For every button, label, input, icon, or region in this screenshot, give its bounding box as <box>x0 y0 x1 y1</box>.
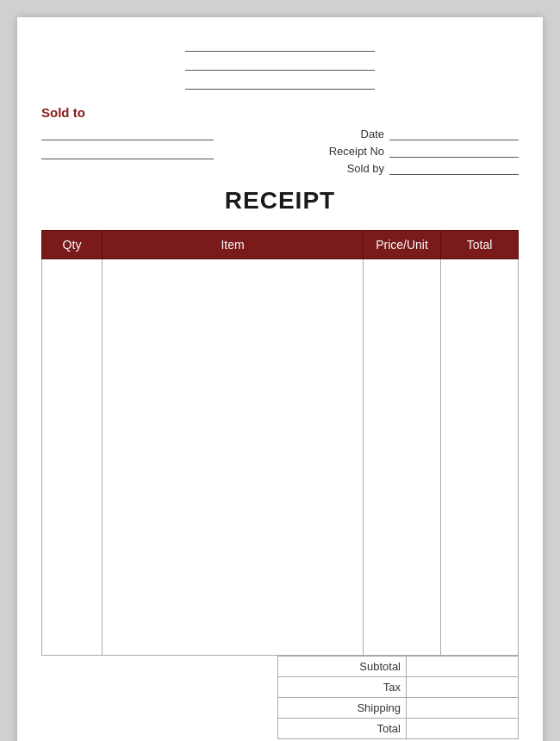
receipt-no-label: Receipt No <box>315 145 384 158</box>
table-header-row: Qty Item Price/Unit Total <box>42 231 519 259</box>
tax-row: Tax <box>278 677 519 698</box>
date-value-line <box>389 127 519 140</box>
total-label: Total <box>278 719 407 739</box>
subtotal-row: Subtotal <box>278 657 519 677</box>
totals-section: Subtotal Tax Shipping Total <box>41 656 519 739</box>
receipt-page: Sold to Date Receipt No Sold by RECEIPT <box>17 17 543 741</box>
receipt-table: Qty Item Price/Unit Total <box>41 230 519 656</box>
sold-by-label: Sold by <box>315 162 384 175</box>
tax-value <box>407 677 519 698</box>
receipt-no-row: Receipt No <box>315 144 519 158</box>
receipt-title: RECEIPT <box>41 187 519 215</box>
sold-to-line-2 <box>41 146 214 159</box>
date-label: Date <box>315 128 384 140</box>
total-value <box>407 719 519 739</box>
sold-to-line-1 <box>41 127 214 140</box>
sold-to-label: Sold to <box>41 105 519 120</box>
date-row: Date <box>315 127 519 140</box>
shipping-row: Shipping <box>278 698 519 719</box>
cell-total <box>441 259 519 656</box>
cell-qty <box>42 259 103 656</box>
company-line-1 <box>185 38 375 52</box>
company-line-2 <box>185 57 375 71</box>
tax-label: Tax <box>278 677 407 698</box>
totals-table: Subtotal Tax Shipping Total <box>277 656 519 739</box>
col-header-total: Total <box>441 231 519 259</box>
total-row: Total <box>278 719 519 739</box>
col-header-item: Item <box>103 231 364 259</box>
info-section: Date Receipt No Sold by <box>41 127 519 175</box>
shipping-label: Shipping <box>278 698 407 719</box>
table-row <box>42 259 519 656</box>
cell-price <box>364 259 441 656</box>
sold-by-value-line <box>389 161 519 175</box>
subtotal-label: Subtotal <box>278 657 407 677</box>
col-header-qty: Qty <box>42 231 103 259</box>
col-header-price: Price/Unit <box>364 231 441 259</box>
shipping-value <box>407 698 519 719</box>
subtotal-value <box>407 657 519 677</box>
company-line-3 <box>185 76 375 90</box>
cell-item <box>103 259 364 656</box>
date-fields: Date Receipt No Sold by <box>315 127 519 175</box>
receipt-no-value-line <box>389 144 519 158</box>
company-info-area <box>41 38 519 95</box>
sold-to-lines <box>41 127 214 175</box>
sold-by-row: Sold by <box>315 161 519 175</box>
